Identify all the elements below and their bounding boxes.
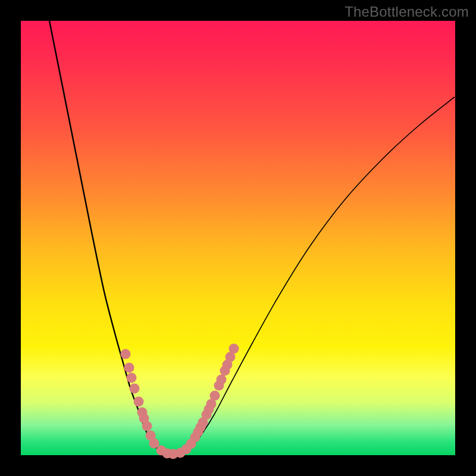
data-point — [130, 384, 140, 394]
data-point — [124, 363, 134, 373]
data-point — [134, 397, 144, 407]
data-point — [149, 439, 159, 449]
curve-right — [185, 97, 455, 453]
curve-left — [49, 21, 161, 453]
data-point — [210, 391, 220, 401]
data-point — [121, 349, 131, 359]
data-point — [217, 375, 227, 385]
plot-area — [21, 21, 455, 455]
data-point — [142, 421, 152, 431]
data-point — [229, 344, 239, 354]
curve-svg — [21, 21, 455, 455]
watermark-text: TheBottleneck.com — [345, 4, 469, 20]
data-point — [127, 373, 137, 383]
chart-frame: TheBottleneck.com — [0, 0, 476, 476]
